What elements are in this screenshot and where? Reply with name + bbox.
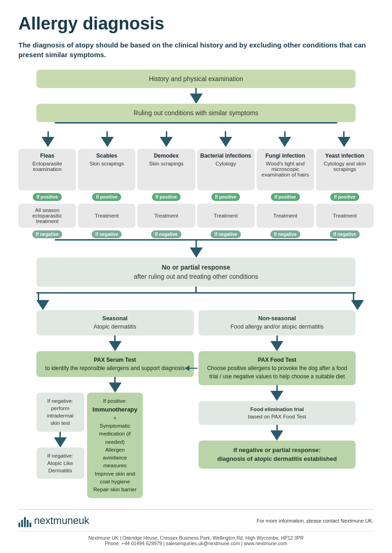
treatment-4: Treatment — [257, 204, 314, 228]
pax-serum-box: PAX Serum Test to identify the reponsibl… — [36, 351, 194, 377]
badge-negative-2: If negative — [151, 230, 181, 238]
drop-col-0 — [18, 131, 78, 147]
footer-phone-text: Phone: +44 01494 629979 | salesenquiries… — [105, 541, 287, 546]
col-seasonal: Seasonal Atopic dermatitis PAX Serum Tes… — [36, 310, 194, 498]
drop-col-5 — [315, 131, 374, 147]
badge-pos-col-3: If positive — [197, 192, 255, 202]
lateral-arrow — [185, 365, 198, 371]
badge-positive-1: If positive — [92, 193, 121, 201]
condition-yeast-name: Yeast infection — [319, 153, 371, 159]
neg-skin-text: If negative: perform intradermal skin te… — [47, 398, 74, 426]
treatments-row: All season ectoparasitic treatment Treat… — [18, 204, 374, 228]
treatment-5: Treatment — [316, 204, 374, 228]
condition-yeast-test: Cytology and skin scrapings — [324, 161, 366, 172]
seasonal-subtitle: Atopic dermatitis — [94, 324, 136, 330]
condition-col-3: Bacterial infections Cytology — [197, 149, 255, 190]
treatment-col-3: Treatment — [197, 204, 255, 228]
final-box: If negative or partial response: diagnos… — [199, 441, 356, 468]
condition-fungi-name: Fungi infection — [259, 153, 311, 159]
col-neg-skin: If negative: perform intradermal skin te… — [36, 393, 84, 498]
split-line — [36, 292, 356, 294]
treatment-0: All season ectoparasitic treatment — [18, 204, 76, 228]
condition-scabies: Scabies Skin scrapings — [78, 149, 135, 190]
condition-col-2: Demodex Skin scrapings — [137, 149, 195, 190]
treatment-col-4: Treatment — [257, 204, 314, 228]
split-arrows — [36, 294, 356, 310]
arrow-neg-skin — [54, 432, 67, 447]
drop-col-2 — [137, 131, 196, 147]
pax-serum-title: PAX Serum Test — [94, 357, 136, 363]
logo-suffix: uk — [79, 515, 89, 526]
conditions-row: Fleas Ectoparasite examination Scabies S… — [18, 149, 374, 190]
drop-col-3 — [196, 131, 256, 147]
badge-positive-0: If positive — [33, 193, 62, 201]
condition-fleas-test: Ectoparasite examination — [33, 161, 62, 172]
arrow-nonseasonal — [270, 335, 283, 351]
flowchart: History and physical examination Ruling … — [18, 70, 374, 498]
badge-positive-3: If positive — [211, 193, 240, 201]
neg-atopic-text: If negative: Atopic Like Dermatitis — [47, 453, 73, 473]
badge-neg-col-0: If negative — [18, 229, 76, 239]
converge-lines — [18, 239, 374, 247]
footer-address: Nextmune UK | Oakridge House, Cressex Bu… — [18, 531, 374, 546]
neg-atopic-box: If negative: Atopic Like Dermatitis — [36, 447, 84, 479]
immuno-plus: + — [113, 415, 117, 421]
no-response-box: No or partial response after ruling out … — [36, 258, 356, 287]
condition-bacterial-test: Cytology — [216, 161, 236, 166]
logo-name: nextmune — [34, 515, 79, 526]
badge-negative-1: If negative — [92, 230, 122, 238]
pax-food-desc: Choose positive allergens to provoke the… — [207, 365, 347, 380]
negative-badges-row: If negative If negative If negative If n… — [18, 229, 374, 239]
immuno-title: Immunotherapy — [93, 406, 138, 413]
page-title: Allergy diagnosis — [18, 14, 374, 34]
badge-neg-col-4: If negative — [257, 229, 314, 239]
condition-demodex: Demodex Skin scrapings — [137, 149, 195, 190]
drop-col-1 — [78, 131, 137, 147]
footer: nextmuneuk For more information, please … — [18, 509, 374, 527]
badge-negative-3: If negative — [211, 230, 240, 238]
badge-pos-col-5: If positive — [316, 192, 374, 202]
no-response-line2: after ruling out and treating other cond… — [134, 273, 258, 280]
condition-scabies-test: Skin scrapings — [89, 161, 124, 166]
logo-bars-icon — [18, 514, 31, 527]
drop-col-4 — [255, 131, 315, 147]
box-ruling-out: Ruling out conditions with similar sympt… — [36, 104, 356, 122]
treatment-col-1: Treatment — [78, 204, 135, 228]
badge-positive-4: If positive — [271, 193, 300, 201]
condition-fungi: Fungi infection Wood's light and microsc… — [257, 149, 314, 190]
arrow-no-response — [190, 247, 203, 258]
badge-negative-4: If negative — [270, 230, 300, 238]
arrow-final — [270, 425, 283, 441]
treatment-col-2: Treatment — [137, 204, 195, 228]
subtitle: The diagnosis of atopy should be based o… — [18, 40, 374, 59]
arrow-food — [270, 385, 283, 401]
badge-negative-0: If negative — [32, 230, 62, 238]
col-empty — [146, 393, 193, 498]
arrow-1 — [190, 88, 203, 104]
immuno-item-1: Allergen avoidance measures — [103, 447, 127, 469]
pax-food-box: PAX Food Test Choose positive allergens … — [199, 351, 356, 385]
nonseasonal-title: Non-seasonal — [205, 315, 350, 323]
seasonal-box: Seasonal Atopic dermatitis — [36, 310, 194, 335]
condition-bacterial-name: Bacterial infections — [200, 153, 252, 159]
condition-col-4: Fungi infection Wood's light and microsc… — [257, 149, 314, 190]
final-text: If negative or partial response: diagnos… — [217, 447, 337, 462]
season-row: Seasonal Atopic dermatitis PAX Serum Tes… — [36, 310, 356, 498]
immuno-box: If positive: Immunotherapy + Symptomatic… — [87, 393, 143, 498]
treatment-col-5: Treatment — [316, 204, 374, 228]
nonseasonal-box: Non-seasonal Food allergy and/or atopic … — [199, 310, 356, 335]
immuno-item-0: Symptomatic medication (if needed) — [99, 423, 130, 445]
arrow-serum — [109, 377, 122, 393]
condition-fleas-name: Fleas — [21, 153, 73, 159]
condition-fleas: Fleas Ectoparasite examination — [18, 149, 76, 190]
treatment-col-0: All season ectoparasitic treatment — [18, 204, 76, 228]
treatment-1: Treatment — [78, 204, 135, 228]
treatment-2: Treatment — [137, 204, 195, 228]
food-trial-subtitle: based on PAX Food Test — [248, 414, 306, 419]
logo-text: nextmuneuk — [34, 515, 89, 527]
badge-pos-col-1: If positive — [78, 192, 135, 202]
col-nonseasonal: Non-seasonal Food allergy and/or atopic … — [199, 310, 356, 469]
condition-col-1: Scabies Skin scrapings — [78, 149, 135, 190]
condition-yeast: Yeast infection Cytology and skin scrapi… — [316, 149, 374, 190]
logo-area: nextmuneuk — [18, 514, 89, 527]
